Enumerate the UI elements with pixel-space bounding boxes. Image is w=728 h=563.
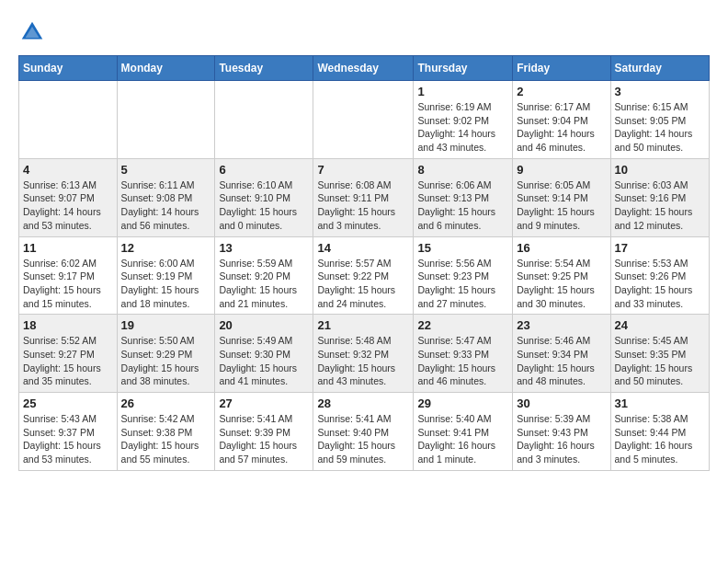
- day-info: Sunrise: 6:02 AM Sunset: 9:17 PM Dayligh…: [23, 257, 113, 311]
- day-number: 14: [317, 241, 409, 255]
- day-cell: 25Sunrise: 5:43 AM Sunset: 9:37 PM Dayli…: [19, 393, 118, 471]
- day-cell: 9Sunrise: 6:05 AM Sunset: 9:14 PM Daylig…: [513, 158, 610, 236]
- day-number: 4: [23, 163, 113, 177]
- day-info: Sunrise: 6:00 AM Sunset: 9:19 PM Dayligh…: [121, 257, 211, 311]
- day-number: 20: [219, 318, 309, 332]
- header-wednesday: Wednesday: [313, 56, 414, 81]
- day-cell: 14Sunrise: 5:57 AM Sunset: 9:22 PM Dayli…: [313, 236, 414, 315]
- day-info: Sunrise: 6:08 AM Sunset: 9:11 PM Dayligh…: [317, 178, 409, 233]
- header-sunday: Sunday: [19, 56, 118, 81]
- day-cell: 5Sunrise: 6:11 AM Sunset: 9:08 PM Daylig…: [117, 158, 215, 236]
- day-info: Sunrise: 5:39 AM Sunset: 9:43 PM Dayligh…: [517, 412, 606, 466]
- day-cell: 3Sunrise: 6:15 AM Sunset: 9:05 PM Daylig…: [610, 81, 709, 159]
- week-row-4: 18Sunrise: 5:52 AM Sunset: 9:27 PM Dayli…: [19, 315, 710, 393]
- day-number: 30: [517, 396, 606, 410]
- day-cell: 10Sunrise: 6:03 AM Sunset: 9:16 PM Dayli…: [610, 158, 709, 236]
- day-cell: 16Sunrise: 5:54 AM Sunset: 9:25 PM Dayli…: [513, 236, 610, 315]
- day-cell: 15Sunrise: 5:56 AM Sunset: 9:23 PM Dayli…: [414, 236, 513, 315]
- day-cell: 8Sunrise: 6:06 AM Sunset: 9:13 PM Daylig…: [414, 158, 513, 236]
- day-info: Sunrise: 5:43 AM Sunset: 9:37 PM Dayligh…: [23, 412, 113, 466]
- day-cell: 23Sunrise: 5:46 AM Sunset: 9:34 PM Dayli…: [513, 315, 610, 393]
- header-thursday: Thursday: [414, 56, 513, 81]
- day-number: 23: [517, 318, 606, 332]
- day-info: Sunrise: 5:49 AM Sunset: 9:30 PM Dayligh…: [219, 334, 309, 388]
- day-number: 12: [121, 241, 211, 255]
- day-cell: [117, 81, 215, 159]
- day-cell: 30Sunrise: 5:39 AM Sunset: 9:43 PM Dayli…: [513, 393, 610, 471]
- day-info: Sunrise: 6:06 AM Sunset: 9:13 PM Dayligh…: [417, 178, 508, 233]
- day-number: 8: [417, 163, 508, 177]
- day-number: 26: [121, 396, 211, 410]
- day-number: 15: [417, 241, 508, 255]
- day-cell: 17Sunrise: 5:53 AM Sunset: 9:26 PM Dayli…: [610, 236, 709, 315]
- day-cell: 2Sunrise: 6:17 AM Sunset: 9:04 PM Daylig…: [513, 81, 610, 159]
- day-number: 13: [219, 241, 309, 255]
- day-info: Sunrise: 5:41 AM Sunset: 9:40 PM Dayligh…: [317, 412, 409, 466]
- day-cell: 4Sunrise: 6:13 AM Sunset: 9:07 PM Daylig…: [19, 158, 118, 236]
- day-info: Sunrise: 5:50 AM Sunset: 9:29 PM Dayligh…: [121, 334, 211, 388]
- day-number: 22: [417, 318, 508, 332]
- day-number: 19: [121, 318, 211, 332]
- week-row-3: 11Sunrise: 6:02 AM Sunset: 9:17 PM Dayli…: [19, 236, 710, 315]
- day-number: 7: [317, 163, 409, 177]
- day-cell: 18Sunrise: 5:52 AM Sunset: 9:27 PM Dayli…: [19, 315, 118, 393]
- day-cell: [313, 81, 414, 159]
- day-number: 25: [23, 396, 113, 410]
- day-info: Sunrise: 6:15 AM Sunset: 9:05 PM Dayligh…: [615, 100, 705, 155]
- day-info: Sunrise: 6:17 AM Sunset: 9:04 PM Dayligh…: [517, 100, 606, 155]
- day-number: 3: [615, 85, 705, 98]
- week-row-5: 25Sunrise: 5:43 AM Sunset: 9:37 PM Dayli…: [19, 393, 710, 471]
- header-saturday: Saturday: [610, 56, 709, 81]
- logo-icon: [18, 18, 46, 46]
- day-info: Sunrise: 5:53 AM Sunset: 9:26 PM Dayligh…: [615, 257, 705, 311]
- day-info: Sunrise: 5:57 AM Sunset: 9:22 PM Dayligh…: [317, 257, 409, 311]
- day-cell: 31Sunrise: 5:38 AM Sunset: 9:44 PM Dayli…: [610, 393, 709, 471]
- day-number: 31: [615, 396, 705, 410]
- day-cell: 19Sunrise: 5:50 AM Sunset: 9:29 PM Dayli…: [117, 315, 215, 393]
- day-cell: 12Sunrise: 6:00 AM Sunset: 9:19 PM Dayli…: [117, 236, 215, 315]
- day-info: Sunrise: 5:47 AM Sunset: 9:33 PM Dayligh…: [417, 334, 508, 388]
- day-cell: 11Sunrise: 6:02 AM Sunset: 9:17 PM Dayli…: [19, 236, 118, 315]
- header-monday: Monday: [117, 56, 215, 81]
- day-info: Sunrise: 5:45 AM Sunset: 9:35 PM Dayligh…: [615, 334, 705, 388]
- day-info: Sunrise: 6:11 AM Sunset: 9:08 PM Dayligh…: [121, 178, 211, 233]
- day-info: Sunrise: 6:03 AM Sunset: 9:16 PM Dayligh…: [615, 178, 705, 233]
- day-cell: 24Sunrise: 5:45 AM Sunset: 9:35 PM Dayli…: [610, 315, 709, 393]
- day-info: Sunrise: 6:05 AM Sunset: 9:14 PM Dayligh…: [517, 178, 606, 233]
- week-row-2: 4Sunrise: 6:13 AM Sunset: 9:07 PM Daylig…: [19, 158, 710, 236]
- day-number: 24: [615, 318, 705, 332]
- day-number: 9: [517, 163, 606, 177]
- day-cell: 22Sunrise: 5:47 AM Sunset: 9:33 PM Dayli…: [414, 315, 513, 393]
- day-info: Sunrise: 5:38 AM Sunset: 9:44 PM Dayligh…: [615, 412, 705, 466]
- day-info: Sunrise: 6:10 AM Sunset: 9:10 PM Dayligh…: [219, 178, 309, 233]
- day-cell: 28Sunrise: 5:41 AM Sunset: 9:40 PM Dayli…: [313, 393, 414, 471]
- day-info: Sunrise: 5:52 AM Sunset: 9:27 PM Dayligh…: [23, 334, 113, 388]
- day-number: 28: [317, 396, 409, 410]
- day-info: Sunrise: 5:40 AM Sunset: 9:41 PM Dayligh…: [417, 412, 508, 466]
- logo: [18, 18, 50, 46]
- day-info: Sunrise: 6:13 AM Sunset: 9:07 PM Dayligh…: [23, 178, 113, 233]
- day-info: Sunrise: 5:42 AM Sunset: 9:38 PM Dayligh…: [121, 412, 211, 466]
- day-number: 18: [23, 318, 113, 332]
- day-cell: 26Sunrise: 5:42 AM Sunset: 9:38 PM Dayli…: [117, 393, 215, 471]
- day-number: 27: [219, 396, 309, 410]
- day-number: 16: [517, 241, 606, 255]
- day-number: 1: [417, 85, 508, 98]
- day-number: 5: [121, 163, 211, 177]
- day-number: 21: [317, 318, 409, 332]
- day-info: Sunrise: 5:41 AM Sunset: 9:39 PM Dayligh…: [219, 412, 309, 466]
- day-cell: 13Sunrise: 5:59 AM Sunset: 9:20 PM Dayli…: [215, 236, 313, 315]
- day-cell: [19, 81, 118, 159]
- header-tuesday: Tuesday: [215, 56, 313, 81]
- day-cell: 6Sunrise: 6:10 AM Sunset: 9:10 PM Daylig…: [215, 158, 313, 236]
- day-info: Sunrise: 5:56 AM Sunset: 9:23 PM Dayligh…: [417, 257, 508, 311]
- day-number: 6: [219, 163, 309, 177]
- day-cell: 7Sunrise: 6:08 AM Sunset: 9:11 PM Daylig…: [313, 158, 414, 236]
- day-cell: 29Sunrise: 5:40 AM Sunset: 9:41 PM Dayli…: [414, 393, 513, 471]
- day-info: Sunrise: 5:59 AM Sunset: 9:20 PM Dayligh…: [219, 257, 309, 311]
- day-number: 29: [417, 396, 508, 410]
- day-number: 10: [615, 163, 705, 177]
- day-number: 11: [23, 241, 113, 255]
- header-friday: Friday: [513, 56, 610, 81]
- day-info: Sunrise: 5:46 AM Sunset: 9:34 PM Dayligh…: [517, 334, 606, 388]
